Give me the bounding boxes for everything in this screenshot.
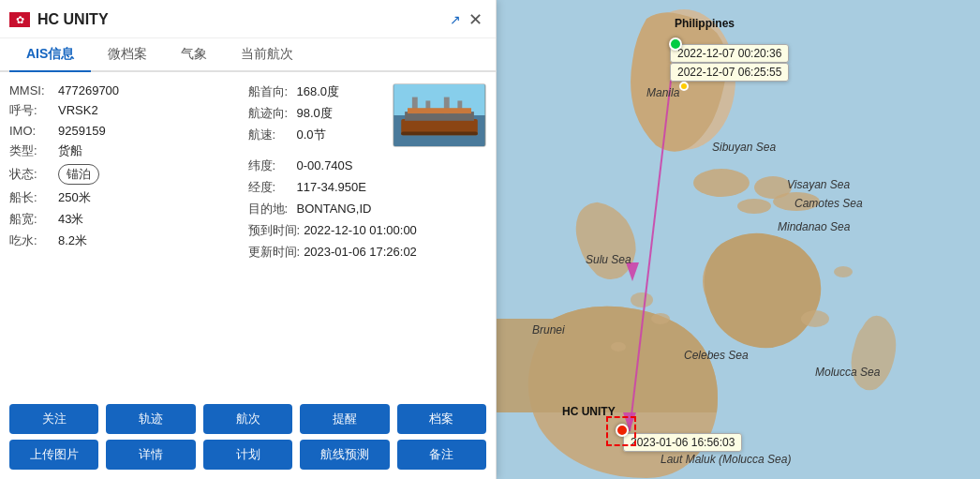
btn-follow[interactable]: 关注 [9, 404, 98, 434]
tab-voyage[interactable]: 当前航次 [224, 38, 310, 72]
btn-detail[interactable]: 详情 [106, 440, 195, 470]
svg-text:✿: ✿ [16, 14, 24, 25]
length-value: 250米 [58, 189, 91, 206]
callsign-value: VRSK2 [58, 103, 98, 117]
btn-route-predict[interactable]: 航线预测 [300, 440, 389, 470]
label-philippines: Philippines [675, 17, 735, 30]
label-camotes-sea: Camotes Sea [794, 197, 863, 210]
info-panel: ✿ HC UNITY ↗ ✕ AIS信息 微档案 气象 当前航次 MMSI: 4… [0, 0, 497, 479]
label-sulu-sea: Sulu Sea [586, 253, 631, 266]
ais-info-area: MMSI: 477269700 呼号: VRSK2 IMO: 9259159 类… [0, 72, 496, 397]
info-left-col: MMSI: 477269700 呼号: VRSK2 IMO: 9259159 类… [9, 83, 248, 391]
route-dot-current [616, 424, 629, 437]
imo-label: IMO: [9, 124, 54, 138]
imo-value: 9259159 [58, 124, 106, 138]
btn-voyage[interactable]: 航次 [203, 404, 292, 434]
route-dot-manila [679, 82, 689, 91]
label-mindanao-sea: Mindanao Sea [778, 220, 850, 233]
tooltip-1: 2022-12-07 00:20:36 [670, 44, 789, 63]
tab-ais[interactable]: AIS信息 [9, 38, 91, 72]
tab-profile[interactable]: 微档案 [91, 38, 164, 72]
dest-row: 目的地: BONTANG,ID [248, 201, 487, 217]
btn-alert[interactable]: 提醒 [300, 404, 389, 434]
tab-bar: AIS信息 微档案 气象 当前航次 [0, 38, 496, 72]
eta-row: 预到时间: 2022-12-10 01:00:00 [248, 222, 487, 239]
eta-value: 2022-12-10 01:00:00 [304, 223, 417, 237]
label-manila: Manila [646, 86, 679, 99]
label-sibuyan-sea: Sibuyan Sea [712, 141, 776, 154]
ship-image [393, 83, 486, 147]
flag-icon: ✿ [9, 12, 30, 27]
label-brunei: Brunei [532, 323, 565, 337]
svg-rect-12 [401, 131, 478, 135]
info-right-col: 船首向: 168.0度 航迹向: 98.0度 航速: 0.0节 [248, 83, 487, 391]
dest-value: BONTANG,ID [297, 202, 372, 216]
map-area: Philippines Manila Sibuyan Sea Visayan S… [497, 0, 980, 479]
heading-row: 船首向: 168.0度 [248, 83, 384, 100]
draft-row: 吃水: 8.2米 [9, 232, 248, 249]
speed-row: 航速: 0.0节 [248, 127, 384, 143]
btn-note[interactable]: 备注 [397, 440, 486, 470]
mmsi-row: MMSI: 477269700 [9, 83, 248, 97]
type-label: 类型: [9, 142, 54, 159]
svg-point-18 [737, 199, 771, 214]
length-row: 船长: 250米 [9, 189, 248, 206]
label-laut-maluk: Laut Maluk (Molucca Sea) [661, 453, 791, 466]
status-badge: 锚泊 [58, 164, 99, 185]
tooltip-2: 2022-12-07 06:25:55 [670, 63, 789, 82]
length-label: 船长: [9, 189, 54, 206]
svg-point-15 [693, 169, 750, 197]
btn-track[interactable]: 轨迹 [106, 404, 195, 434]
heading-value: 168.0度 [297, 83, 340, 100]
update-label: 更新时间: [248, 244, 301, 261]
mmsi-label: MMSI: [9, 83, 54, 97]
type-value: 货船 [58, 142, 82, 159]
lon-label: 经度: [248, 179, 293, 196]
course-value: 98.0度 [297, 105, 333, 122]
update-row: 更新时间: 2023-01-06 17:26:02 [248, 244, 487, 261]
draft-label: 吃水: [9, 232, 54, 249]
imo-row: IMO: 9259159 [9, 124, 248, 138]
panel-title: HC UNITY [37, 11, 440, 28]
lon-row: 经度: 117-34.950E [248, 179, 487, 196]
button-row-2: 上传图片 详情 计划 航线预测 备注 [9, 440, 486, 470]
btn-upload[interactable]: 上传图片 [9, 440, 98, 470]
btn-plan[interactable]: 计划 [203, 440, 292, 470]
lat-value: 0-00.740S [297, 158, 353, 172]
beam-label: 船宽: [9, 211, 54, 228]
close-icon[interactable]: ✕ [468, 9, 483, 30]
svg-point-22 [801, 310, 829, 327]
svg-point-24 [611, 342, 626, 352]
tab-weather[interactable]: 气象 [164, 38, 224, 72]
course-row: 航迹向: 98.0度 [248, 105, 384, 122]
beam-row: 船宽: 43米 [9, 211, 248, 228]
callsign-label: 呼号: [9, 102, 54, 119]
panel-header: ✿ HC UNITY ↗ ✕ [0, 0, 496, 38]
svg-point-23 [834, 266, 853, 277]
speed-label: 航速: [248, 127, 293, 143]
external-link-icon[interactable]: ↗ [450, 12, 461, 27]
route-dot-start [669, 37, 682, 51]
tooltip-3: 2023-01-06 16:56:03 [623, 433, 742, 452]
label-celebes-sea: Celebes Sea [684, 349, 749, 362]
mmsi-value: 477269700 [58, 83, 119, 97]
heading-label: 船首向: [248, 83, 293, 100]
lat-row: 纬度: 0-00.740S [248, 157, 487, 174]
label-visayan-sea: Visayan Sea [787, 178, 850, 191]
type-row: 类型: 货船 [9, 142, 248, 159]
lat-label: 纬度: [248, 157, 293, 174]
course-label: 航迹向: [248, 105, 293, 122]
svg-rect-11 [408, 108, 471, 113]
eta-label: 预到时间: [248, 222, 301, 239]
speed-value: 0.0节 [297, 127, 326, 143]
lon-value: 117-34.950E [297, 180, 366, 194]
button-row-1: 关注 轨迹 航次 提醒 档案 [9, 404, 486, 434]
beam-value: 43米 [58, 211, 83, 228]
btn-archive[interactable]: 档案 [397, 404, 486, 434]
button-area: 关注 轨迹 航次 提醒 档案 上传图片 详情 计划 航线预测 备注 [0, 397, 496, 479]
update-value: 2023-01-06 17:26:02 [304, 245, 417, 259]
callsign-row: 呼号: VRSK2 [9, 102, 248, 119]
label-molucca-sea: Molucca Sea [815, 366, 880, 379]
status-label: 状态: [9, 166, 54, 183]
svg-point-20 [631, 292, 653, 307]
